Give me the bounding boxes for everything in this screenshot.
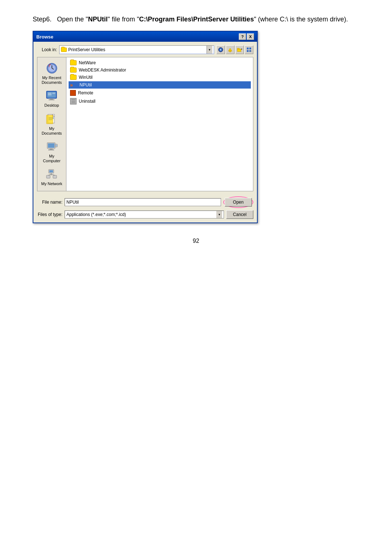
file-item-netware[interactable]: NetWare xyxy=(69,60,251,66)
file-name-uninstall: Uninstall xyxy=(79,99,95,104)
file-item-remote[interactable]: Remote xyxy=(69,89,251,97)
folder-icon xyxy=(61,48,67,52)
svg-rect-37 xyxy=(46,175,50,178)
svg-rect-31 xyxy=(50,148,53,150)
svg-rect-44 xyxy=(72,101,75,102)
page-content: Step6. Open the "NPUtil" file from "C:\P… xyxy=(33,15,359,244)
file-name-winutil: WinUtil xyxy=(79,75,93,80)
file-name-input[interactable] xyxy=(65,198,221,206)
recent-docs-label: My RecentDocuments xyxy=(42,76,62,85)
open-button[interactable]: Open xyxy=(225,198,252,207)
file-name-nputil: NPUtil xyxy=(79,82,92,87)
svg-rect-43 xyxy=(72,99,75,100)
my-network-label: My Network xyxy=(41,181,62,186)
sidebar-item-mydocs[interactable]: My Documents xyxy=(39,111,65,137)
svg-rect-20 xyxy=(49,99,54,100)
views-icon xyxy=(246,47,252,52)
folder-icon-netware xyxy=(70,60,77,65)
browse-dialog: Browse ? X Look in: PrintServer Utilitie… xyxy=(33,31,258,223)
sidebar-item-mynetwork[interactable]: My Network xyxy=(39,166,65,188)
look-in-row: Look in: PrintServer Utilities ▾ xyxy=(37,45,253,54)
svg-rect-8 xyxy=(249,48,251,49)
file-name-webdesk: WebDESK Administrator xyxy=(79,68,126,73)
recent-docs-icon xyxy=(45,62,58,75)
my-network-icon xyxy=(45,168,58,181)
sidebar-item-desktop[interactable]: Desktop xyxy=(39,88,65,109)
my-computer-icon xyxy=(45,140,58,153)
sidebar-item-recent[interactable]: My RecentDocuments xyxy=(39,60,65,86)
dialog-body: Look in: PrintServer Utilities ▾ xyxy=(33,42,257,223)
sidebar-item-mycomputer[interactable]: My Computer xyxy=(39,139,65,165)
file-item-uninstall[interactable]: Uninstall xyxy=(69,97,251,105)
page-number: 92 xyxy=(33,238,359,244)
help-button[interactable]: ? xyxy=(239,33,246,40)
svg-rect-19 xyxy=(50,98,53,99)
files-of-type-label: Files of type: xyxy=(37,212,62,217)
svg-line-41 xyxy=(51,174,55,175)
places-sidebar: My RecentDocuments xyxy=(37,57,66,191)
action-buttons: Open xyxy=(223,196,253,208)
svg-rect-32 xyxy=(48,150,54,150)
files-of-type-value: Applications (*.exe;*.com;*.icd) xyxy=(66,212,216,217)
svg-rect-28 xyxy=(46,115,53,124)
svg-rect-36 xyxy=(49,170,53,172)
file-list: NetWare WebDESK Administrator WinUtil » … xyxy=(66,57,253,191)
my-documents-icon xyxy=(45,113,58,126)
file-name-netware: NetWare xyxy=(79,60,96,65)
instruction-text: Step6. Open the "NPUtil" file from "C:\P… xyxy=(33,15,359,24)
back-icon xyxy=(218,47,223,52)
main-area: My RecentDocuments xyxy=(37,57,253,191)
my-documents-label: My Documents xyxy=(40,126,64,136)
uninstall-icon xyxy=(70,98,77,105)
my-computer-label: My Computer xyxy=(40,154,64,163)
dialog-title: Browse xyxy=(36,34,53,40)
new-folder-icon: + xyxy=(237,47,242,52)
desktop-label: Desktop xyxy=(44,103,59,108)
nputil-icon: » xyxy=(70,82,77,88)
files-of-type-row: Files of type: Applications (*.exe;*.com… xyxy=(37,210,253,219)
back-button[interactable] xyxy=(216,45,225,54)
svg-rect-34 xyxy=(56,145,57,146)
file-name-label: File name: xyxy=(37,200,62,205)
look-in-label: Look in: xyxy=(37,47,57,52)
svg-rect-22 xyxy=(52,93,55,94)
svg-rect-9 xyxy=(247,50,249,52)
svg-rect-38 xyxy=(53,175,57,178)
svg-rect-30 xyxy=(48,143,54,148)
up-button[interactable] xyxy=(226,45,234,54)
up-icon xyxy=(228,47,233,52)
svg-rect-7 xyxy=(247,48,249,49)
combo-arrow-icon[interactable]: ▾ xyxy=(207,46,212,54)
svg-text:+: + xyxy=(241,48,242,50)
titlebar-buttons: ? X xyxy=(239,33,254,40)
svg-rect-45 xyxy=(72,102,75,103)
open-button-highlight: Open xyxy=(223,196,253,208)
bottom-area: File name: Open Files of type: Applicati… xyxy=(37,194,253,219)
files-of-type-arrow-icon[interactable]: ▾ xyxy=(216,211,222,218)
desktop-icon xyxy=(45,89,58,102)
files-of-type-combo[interactable]: Applications (*.exe;*.com;*.icd) ▾ xyxy=(65,211,224,219)
new-folder-button[interactable]: + xyxy=(235,45,244,54)
cancel-button[interactable]: Cancel xyxy=(226,210,253,219)
close-button[interactable]: X xyxy=(247,33,254,40)
step-label: Step6. xyxy=(33,16,52,23)
folder-icon-webdesk xyxy=(70,68,77,73)
folder-icon-winutil xyxy=(70,75,77,80)
toolbar-buttons: + xyxy=(216,45,253,54)
svg-rect-5 xyxy=(237,48,239,49)
file-item-winutil[interactable]: WinUtil xyxy=(69,74,251,81)
look-in-combo[interactable]: PrintServer Utilities ▾ xyxy=(59,45,214,54)
file-name-row: File name: Open xyxy=(37,196,253,208)
file-item-nputil[interactable]: » NPUtil xyxy=(69,81,251,89)
look-in-value: PrintServer Utilities xyxy=(68,47,205,52)
remote-icon xyxy=(70,90,76,96)
svg-rect-3 xyxy=(230,50,231,52)
file-name-remote: Remote xyxy=(78,90,93,95)
dialog-titlebar: Browse ? X xyxy=(33,32,257,42)
file-item-webdesk[interactable]: WebDESK Administrator xyxy=(69,67,251,73)
svg-rect-21 xyxy=(48,93,52,95)
views-button[interactable] xyxy=(245,45,253,54)
